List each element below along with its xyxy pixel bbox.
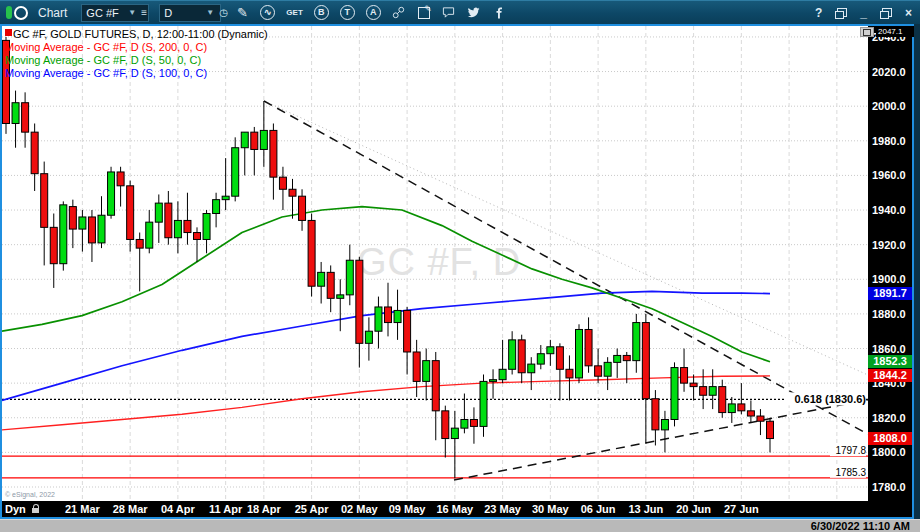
candle (289, 189, 296, 196)
candle (394, 310, 401, 322)
pencil-draw-icon[interactable]: ✎ (235, 5, 249, 20)
candle (136, 239, 143, 248)
price-tick: 1960.0 (872, 169, 912, 181)
chevron-down-icon[interactable]: ▼ (128, 8, 136, 17)
price-badge-1844.2: 1844.2 (868, 369, 912, 382)
candle (757, 416, 764, 421)
date-axis[interactable]: Dyn 21 Mar28 Mar04 Apr11 Apr18 Apr25 Apr… (2, 501, 912, 517)
candle (251, 132, 258, 149)
candle (604, 362, 611, 376)
price-tick: 1880.0 (872, 308, 912, 320)
candle (31, 132, 38, 174)
price-tick: 1980.0 (872, 135, 912, 147)
status-datetime: 6/30/2022 11:10 AM (811, 520, 910, 532)
app-title: Chart (38, 6, 67, 20)
chevron-down-icon[interactable]: ▼ (206, 8, 214, 17)
lock-icon (32, 508, 39, 513)
toolbar-icons: ✎∿GETBTA (235, 5, 505, 20)
candle (690, 383, 697, 386)
wave-studies-icon[interactable]: ∿ (260, 5, 275, 20)
candle (404, 310, 411, 352)
hamburger-icon[interactable]: ≡ (141, 7, 147, 18)
candle (728, 404, 735, 413)
toolbar: Chart GC #F ▼ ≡ D ▼ ◷ ✎∿GETBTA ? _ × (0, 0, 920, 24)
candle (671, 368, 678, 420)
chat-bubble-icon[interactable] (442, 5, 456, 20)
float-window-button[interactable] (835, 8, 847, 17)
date-label: 25 Apr (295, 503, 329, 515)
twitter-icon[interactable] (467, 5, 481, 20)
candlestick-chart[interactable]: GC #F, D0.618 (1830.6)1797.81785.3© eSig… (2, 26, 868, 501)
candle (232, 148, 239, 196)
candle (279, 177, 286, 189)
candle (767, 421, 774, 438)
candle (499, 369, 506, 379)
candle (642, 323, 649, 399)
link-chain-icon[interactable] (392, 5, 406, 20)
circled-t-icon[interactable]: T (340, 5, 355, 20)
date-label: 16 May (436, 503, 473, 515)
candle (270, 130, 277, 177)
restore-button[interactable] (880, 8, 892, 17)
candle (480, 381, 487, 426)
price-tick: 1860.0 (872, 343, 912, 355)
circled-a-icon[interactable]: A (366, 5, 381, 20)
chart-restore-button[interactable] (860, 27, 874, 37)
window-right-edge (914, 24, 920, 519)
candle (576, 329, 583, 377)
candle (595, 366, 602, 376)
candle (509, 340, 516, 369)
candle (337, 295, 344, 298)
minimize-button[interactable]: _ (860, 6, 867, 20)
candle (22, 103, 29, 132)
price-tick: 2020.0 (872, 66, 912, 78)
candle (375, 307, 382, 331)
compose-note-icon[interactable] (417, 5, 431, 20)
candle (327, 272, 334, 298)
close-button[interactable]: × (905, 6, 912, 20)
copyright-watermark: © eSignal, 2022 (5, 491, 55, 499)
price-tick: 1820.0 (872, 412, 912, 424)
price-tick: 1900.0 (872, 273, 912, 285)
candle (60, 205, 67, 264)
clock-icon[interactable]: ◷ (219, 7, 228, 18)
candle (346, 260, 353, 295)
candle (652, 399, 659, 430)
candle (528, 364, 535, 373)
candle (146, 222, 153, 248)
candle (184, 220, 191, 232)
candle (108, 172, 115, 215)
interval-value[interactable]: D (164, 7, 198, 19)
candle (461, 419, 468, 428)
price-badge-1808.0: 1808.0 (868, 432, 912, 445)
get-quote-icon[interactable]: GET (286, 5, 302, 20)
candle (98, 215, 105, 243)
date-label: 06 Jun (581, 503, 616, 515)
candle (213, 200, 220, 214)
esignal-logo-icon (6, 6, 28, 20)
esignal-window: Chart GC #F ▼ ≡ D ▼ ◷ ✎∿GETBTA ? _ × GC … (0, 0, 920, 532)
date-label: 09 May (389, 503, 426, 515)
help-button[interactable]: ? (815, 6, 822, 20)
date-label: 27 Jun (724, 503, 759, 515)
price-axis[interactable]: 2040.02020.02000.01980.01960.01940.01920… (868, 26, 912, 501)
candle (700, 387, 707, 396)
symbol-value[interactable]: GC #F (86, 7, 120, 19)
candle (127, 186, 134, 240)
candle (174, 220, 181, 237)
symbol-combo[interactable]: GC #F ▼ ≡ (81, 4, 149, 22)
interval-combo[interactable]: D ▼ ◷ (159, 4, 221, 22)
candle (117, 172, 124, 186)
facebook-icon[interactable] (492, 5, 506, 20)
status-bar: 6/30/2022 11:10 AM (0, 519, 920, 532)
candle (633, 323, 640, 361)
circled-b-icon[interactable]: B (314, 5, 329, 20)
candle (518, 340, 525, 373)
candle (318, 272, 325, 286)
candle (155, 203, 162, 222)
axis-top-price-label: 2047.1 (876, 26, 914, 37)
candle (260, 130, 267, 149)
dynamic-session-label: Dyn (5, 503, 39, 515)
candle (299, 196, 306, 220)
date-label: 04 Apr (161, 503, 195, 515)
